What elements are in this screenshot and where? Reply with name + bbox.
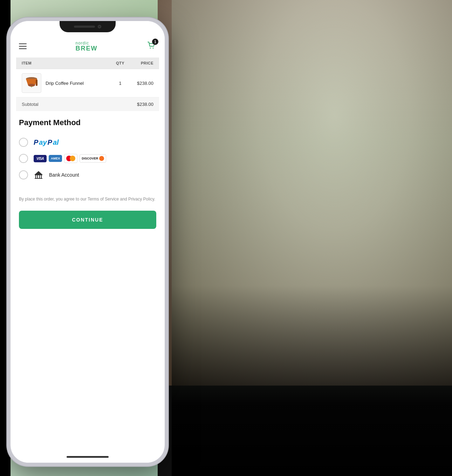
svg-rect-8 — [39, 175, 40, 178]
bank-icon — [34, 170, 43, 180]
payment-option-card[interactable]: VISA AMEX DISCOVER — [19, 150, 156, 166]
hamburger-menu[interactable] — [19, 43, 27, 49]
visa-logo: VISA — [34, 155, 47, 162]
svg-rect-11 — [35, 178, 42, 179]
payment-option-paypal[interactable]: P ay P al — [19, 134, 156, 150]
svg-point-1 — [153, 48, 154, 49]
payment-option-bank[interactable]: Bank Account — [19, 166, 156, 183]
mastercard-logo — [64, 154, 77, 163]
svg-point-4 — [28, 84, 35, 87]
logo-brew: BREW — [76, 45, 98, 52]
discover-logo: DISCOVER — [80, 154, 106, 163]
subtotal-value: $238.00 — [137, 102, 153, 107]
speaker — [74, 26, 95, 28]
table-header: ITEM QTY PRICE — [16, 57, 159, 69]
phone-screen: nordic BREW 1 ITEM QTY PRICE — [11, 21, 165, 463]
svg-rect-6 — [35, 175, 36, 178]
svg-rect-7 — [37, 175, 38, 178]
app-header: nordic BREW 1 — [11, 36, 165, 57]
svg-rect-5 — [35, 175, 42, 175]
product-price: $238.00 — [129, 81, 153, 86]
subtotal-row: Subtotal $238.00 — [16, 97, 159, 111]
product-name: Drip Coffee Funnel — [46, 81, 111, 86]
subtotal-label: Subtotal — [22, 102, 39, 107]
radio-bank[interactable] — [19, 170, 28, 179]
table-row: Drip Coffee Funnel 1 $238.00 — [16, 69, 159, 97]
cart-button[interactable]: 1 — [146, 41, 156, 52]
card-logos: VISA AMEX DISCOVER — [34, 154, 106, 163]
discover-dot — [99, 156, 104, 161]
bank-label: Bank Account — [49, 172, 79, 178]
mc-orange-circle — [70, 156, 75, 161]
col-header-item: ITEM — [22, 61, 111, 65]
payment-title: Payment Method — [19, 118, 156, 127]
svg-point-0 — [150, 48, 151, 49]
order-table: ITEM QTY PRICE — [16, 57, 159, 111]
col-header-price: PRICE — [129, 61, 153, 65]
paypal-logo: P ay P al — [34, 138, 59, 147]
hamburger-line-1 — [19, 43, 27, 44]
logo: nordic BREW — [76, 41, 98, 52]
hamburger-line-2 — [19, 46, 27, 47]
volume-down-button — [7, 112, 8, 133]
product-qty: 1 — [111, 81, 129, 86]
power-button — [167, 77, 168, 102]
volume-up-button — [7, 86, 8, 107]
cart-badge: 1 — [152, 39, 158, 45]
hamburger-line-3 — [19, 48, 27, 49]
product-img-svg — [23, 75, 40, 91]
payment-section: Payment Method P ay P al VISA — [11, 111, 165, 189]
background-building — [172, 0, 452, 476]
radio-card[interactable] — [19, 154, 28, 163]
scroll-content[interactable]: ITEM QTY PRICE — [11, 57, 165, 451]
camera — [98, 25, 101, 28]
mute-button — [7, 67, 8, 81]
product-image — [22, 73, 41, 93]
svg-marker-10 — [35, 171, 42, 175]
home-indicator — [11, 451, 165, 463]
svg-rect-3 — [36, 80, 37, 86]
radio-paypal[interactable] — [19, 138, 28, 147]
phone-frame: nordic BREW 1 ITEM QTY PRICE — [7, 18, 168, 466]
continue-button[interactable]: CONTINUE — [19, 211, 156, 229]
col-header-qty: QTY — [111, 61, 129, 65]
amex-logo: AMEX — [49, 155, 62, 162]
phone-notch — [60, 21, 116, 32]
svg-rect-9 — [41, 175, 42, 178]
terms-text: By place this order, you agree to our Te… — [11, 189, 165, 208]
home-bar — [67, 456, 109, 458]
